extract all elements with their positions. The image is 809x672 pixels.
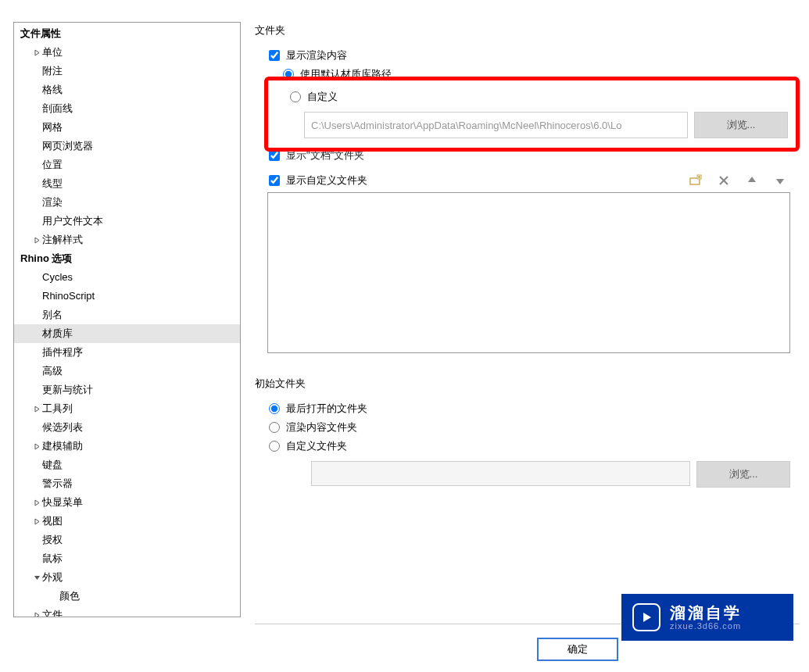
tree-item[interactable]: 格线 (14, 80, 240, 99)
move-down-icon[interactable] (773, 173, 787, 188)
options-tree[interactable]: 文件属性 单位附注格线剖面线网格网页浏览器位置线型渲染用户文件文本注解样式 Rh… (13, 22, 241, 617)
tree-item-label: 工具列 (42, 401, 73, 416)
tree-item[interactable]: 位置 (14, 155, 240, 174)
watermark-url: zixue.3d66.com (670, 621, 742, 631)
tree-item[interactable]: 颜色 (14, 587, 240, 606)
tree-item-label: 网格 (42, 120, 63, 135)
radio-init-custom-folder[interactable] (269, 441, 280, 452)
tree-header-file-props: 文件属性 (14, 24, 240, 43)
input-material-path[interactable] (304, 112, 688, 138)
chevron-right-icon[interactable] (31, 406, 42, 413)
label-show-render: 显示渲染内容 (286, 48, 347, 63)
tree-item[interactable]: 别名 (14, 306, 240, 324)
browse-init-button[interactable]: 浏览... (696, 461, 790, 488)
svg-marker-6 (643, 613, 651, 622)
tree-item-label: 授权 (42, 532, 63, 548)
row-render-folder[interactable]: 渲染内容文件夹 (269, 420, 801, 434)
tree-item[interactable]: 附注 (14, 62, 240, 80)
tree-item-label: 键盘 (42, 457, 63, 473)
radio-custom[interactable] (290, 91, 301, 102)
radio-last-opened[interactable] (269, 403, 280, 414)
tree-item[interactable]: 授权 (14, 531, 240, 549)
ok-button[interactable]: 确定 (537, 638, 618, 661)
row-show-custom-folder[interactable]: 显示自定义文件夹 (269, 173, 689, 188)
custom-folder-list[interactable] (267, 192, 790, 353)
tree-item-label: 渲染 (42, 195, 63, 210)
tree-item-label: Cycles (42, 270, 73, 285)
highlight-custom-path: 自定义 浏览... (264, 77, 800, 152)
chevron-right-icon[interactable] (31, 237, 42, 244)
tree-item-label: RhinoScript (42, 288, 95, 304)
radio-render-folder[interactable] (269, 422, 280, 433)
move-up-icon[interactable] (745, 173, 759, 188)
tree-item[interactable]: 单位 (14, 43, 240, 62)
tree-item[interactable]: 键盘 (14, 456, 240, 474)
tree-item[interactable]: 外观 (14, 568, 240, 587)
tree-header-rhino-options: Rhino 选项 (14, 249, 240, 268)
section-folders-title: 文件夹 (255, 23, 801, 38)
chevron-right-icon[interactable] (31, 612, 42, 618)
tree-item[interactable]: 剖面线 (14, 99, 240, 118)
tree-item-label: 位置 (42, 157, 63, 173)
tree-item[interactable]: 网页浏览器 (14, 137, 240, 155)
label-init-custom-folder: 自定义文件夹 (286, 439, 347, 453)
tree-item-label: 颜色 (59, 588, 80, 604)
tree-item-label: 插件程序 (42, 345, 83, 360)
tree-item-label: 视图 (42, 513, 63, 529)
tree-item[interactable]: 网格 (14, 118, 240, 137)
chevron-right-icon[interactable] (31, 518, 42, 525)
checkbox-show-render[interactable] (269, 50, 280, 61)
browse-button[interactable]: 浏览... (694, 112, 788, 138)
tree-item-label: 警示器 (42, 476, 73, 491)
row-show-render[interactable]: 显示渲染内容 (269, 48, 801, 63)
chevron-down-icon[interactable] (31, 574, 42, 581)
tree-item[interactable]: 更新与统计 (14, 381, 240, 399)
tree-item[interactable]: 用户文件文本 (14, 212, 240, 231)
chevron-right-icon[interactable] (31, 443, 42, 450)
tree-item-label: 用户文件文本 (42, 213, 103, 229)
row-custom[interactable]: 自定义 (290, 90, 788, 104)
tree-item-label: 注解样式 (42, 232, 83, 248)
row-last-opened[interactable]: 最后打开的文件夹 (269, 402, 801, 416)
label-render-folder: 渲染内容文件夹 (286, 420, 357, 434)
checkbox-show-custom-folder[interactable] (269, 175, 280, 186)
tree-item-label: 单位 (42, 45, 63, 60)
tree-item[interactable]: 材质库 (14, 324, 240, 343)
tree-item[interactable]: 线型 (14, 174, 240, 193)
chevron-right-icon[interactable] (31, 49, 42, 56)
delete-icon[interactable] (717, 173, 731, 188)
tree-item-label: 材质库 (42, 326, 73, 341)
tree-item-label: 文件 (42, 607, 63, 617)
tree-item[interactable]: 警示器 (14, 474, 240, 493)
watermark: 溜溜自学 zixue.3d66.com (621, 594, 793, 641)
main-content: 文件夹 显示渲染内容 使用默认材质库路径 自定义 浏览... 显示"文档"文件夹 (241, 0, 809, 617)
new-folder-icon[interactable] (689, 173, 703, 188)
tree-item-label: 外观 (42, 570, 63, 585)
watermark-title: 溜溜自学 (670, 604, 742, 621)
tree-item[interactable]: 鼠标 (14, 549, 240, 568)
row-init-custom-folder[interactable]: 自定义文件夹 (269, 439, 801, 453)
tree-item-label: 别名 (42, 307, 63, 323)
tree-item[interactable]: 文件 (14, 606, 240, 617)
chevron-right-icon[interactable] (31, 499, 42, 506)
label-custom: 自定义 (307, 90, 338, 104)
tree-item[interactable]: 插件程序 (14, 343, 240, 362)
section-initial-title: 初始文件夹 (255, 377, 801, 391)
tree-item[interactable]: 渲染 (14, 193, 240, 212)
tree-item[interactable]: 工具列 (14, 399, 240, 418)
tree-item[interactable]: RhinoScript (14, 287, 240, 306)
tree-item-label: 快显菜单 (42, 495, 83, 510)
tree-item[interactable]: 快显菜单 (14, 493, 240, 512)
tree-item-label: 鼠标 (42, 551, 63, 567)
tree-item[interactable]: 高级 (14, 362, 240, 381)
tree-item[interactable]: 注解样式 (14, 231, 240, 249)
tree-item-label: 剖面线 (42, 101, 73, 116)
checkbox-show-doc-folder[interactable] (269, 150, 280, 161)
tree-item-label: 高级 (42, 363, 63, 379)
tree-item[interactable]: 视图 (14, 512, 240, 531)
tree-item[interactable]: 候选列表 (14, 418, 240, 437)
input-init-custom-path (311, 461, 690, 486)
tree-item[interactable]: Cycles (14, 268, 240, 287)
label-last-opened: 最后打开的文件夹 (286, 402, 367, 416)
tree-item[interactable]: 建模辅助 (14, 437, 240, 456)
